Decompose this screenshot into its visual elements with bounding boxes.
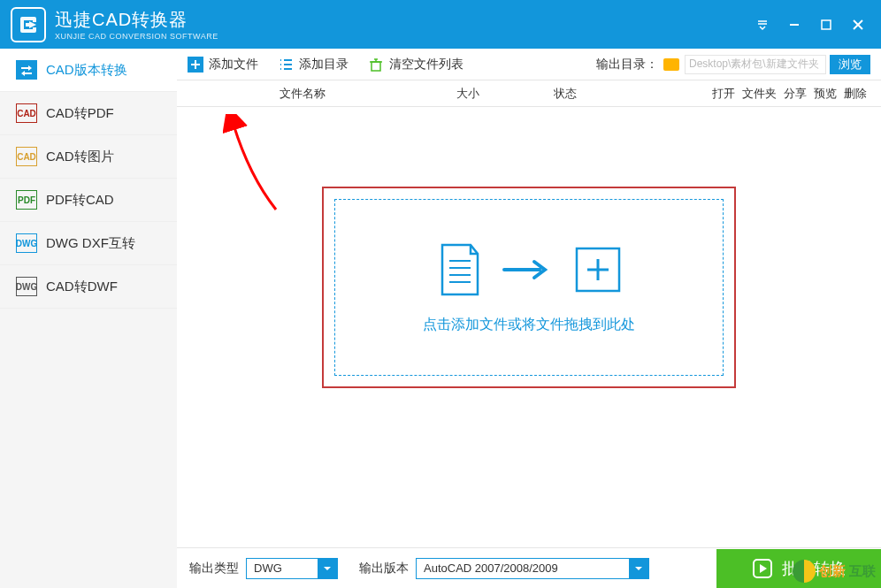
sidebar-item-label: CAD转DWF [46,279,118,295]
file-list-area: 点击添加文件或将文件拖拽到此处 [177,107,881,547]
pdf-cad-icon: PDF [16,190,37,210]
sidebar-item-label: CAD版本转换 [46,62,127,79]
minimize-icon[interactable] [785,16,803,34]
maximize-icon[interactable] [817,16,835,34]
dropdown-icon[interactable] [754,16,771,34]
sidebar-item-cad-version[interactable]: CAD版本转换 [0,49,177,92]
col-size: 大小 [456,86,554,102]
dwg-dxf-icon: DWG [16,233,37,253]
svg-rect-1 [822,20,831,29]
col-filename: 文件名称 [280,86,456,102]
sidebar: CAD版本转换 CAD CAD转PDF CAD CAD转图片 PDF PDF转C… [0,49,177,588]
add-file-button[interactable]: 添加文件 [188,57,258,73]
close-icon[interactable] [849,16,867,34]
clear-list-button[interactable]: 清空文件列表 [368,57,463,73]
sidebar-item-cad-to-dwf[interactable]: DWG CAD转DWF [0,265,177,309]
col-status: 状态 [554,86,651,102]
chevron-down-icon [318,559,337,578]
cad-pdf-icon: CAD [16,103,37,123]
cad-image-icon: CAD [16,147,37,166]
sidebar-item-pdf-to-cad[interactable]: PDF PDF转CAD [0,179,177,222]
sidebar-item-cad-to-image[interactable]: CAD CAD转图片 [0,135,177,179]
col-preview: 预览 [814,86,837,102]
dropzone-icons [435,241,623,298]
sidebar-item-label: CAD转PDF [46,105,114,122]
output-version-label: 输出版本 [359,561,409,577]
col-open: 打开 [712,86,735,102]
trash-icon [368,57,384,73]
col-folder: 文件夹 [742,86,777,102]
plus-icon [188,57,203,73]
arrow-right-icon [502,256,555,283]
column-header: 文件名称 大小 状态 打开 文件夹 分享 预览 删除 [177,80,881,107]
output-type-label: 输出类型 [189,561,239,577]
convert-icon [16,60,37,80]
clear-list-label: 清空文件列表 [389,57,463,73]
col-share: 分享 [784,86,807,102]
annotation-arrow [223,114,285,220]
cad-dwf-icon: DWG [16,277,37,296]
add-folder-label: 添加目录 [299,57,349,73]
svg-rect-9 [372,62,380,71]
app-logo [11,7,46,42]
document-icon [435,241,485,298]
chevron-down-icon [629,559,648,578]
output-version-select[interactable]: AutoCAD 2007/2008/2009 [416,558,649,579]
annotation-highlight: 点击添加文件或将文件拖拽到此处 [322,187,736,388]
watermark: 创新互联 [793,560,876,583]
play-icon [752,558,773,579]
dropzone-text: 点击添加文件或将文件拖拽到此处 [423,316,635,334]
plus-box-icon [573,245,623,294]
list-icon [278,57,294,73]
add-file-label: 添加文件 [209,57,258,73]
app-title: 迅捷CAD转换器 [55,8,754,32]
col-delete: 删除 [844,86,867,102]
add-folder-button[interactable]: 添加目录 [278,57,349,73]
titlebar: 迅捷CAD转换器 XUNJIE CAD CONVERSION SOFTWARE [0,0,881,49]
output-dir-label: 输出目录： [596,57,658,73]
output-path-input[interactable]: Desktop\素材包\新建文件夹 [685,55,826,74]
output-version-value: AutoCAD 2007/2008/2009 [417,561,629,575]
watermark-logo-icon [793,560,816,583]
sidebar-item-cad-to-pdf[interactable]: CAD CAD转PDF [0,92,177,135]
browse-button[interactable]: 浏览 [830,55,870,74]
main-panel: 添加文件 添加目录 清空文件列表 输出目录： Desktop\素材包\新建文件夹… [177,49,881,588]
watermark-text-1: 创新 [819,563,846,580]
sidebar-item-dwg-dxf[interactable]: DWG DWG DXF互转 [0,222,177,265]
sidebar-item-label: PDF转CAD [46,192,114,209]
output-type-select[interactable]: DWG [246,558,338,579]
dropzone[interactable]: 点击添加文件或将文件拖拽到此处 [334,199,724,376]
folder-icon [663,58,679,71]
app-subtitle: XUNJIE CAD CONVERSION SOFTWARE [55,32,754,41]
output-type-value: DWG [247,561,318,575]
toolbar: 添加文件 添加目录 清空文件列表 输出目录： Desktop\素材包\新建文件夹… [177,49,881,80]
watermark-text-2: 互联 [849,563,876,580]
sidebar-item-label: DWG DXF互转 [46,235,135,252]
sidebar-item-label: CAD转图片 [46,149,114,165]
